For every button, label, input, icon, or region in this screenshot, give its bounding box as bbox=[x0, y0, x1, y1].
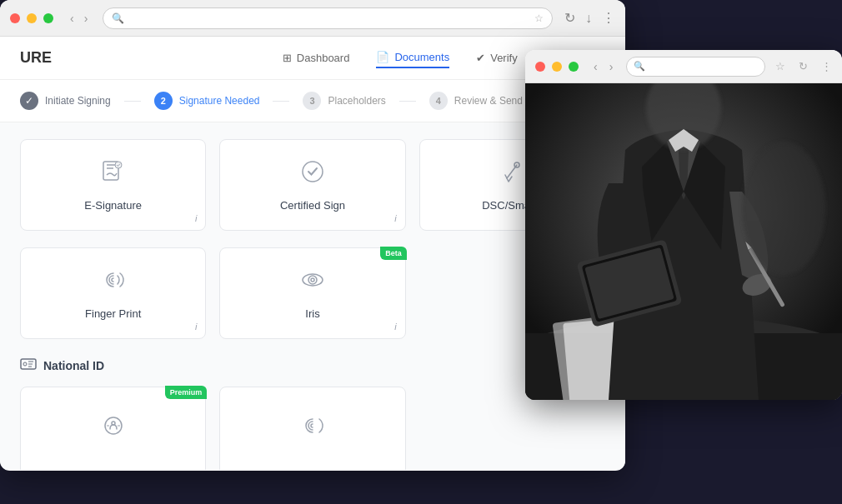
secondary-browser-window: ‹ › 🔍 ☆ ↻ ⋮ bbox=[525, 50, 842, 400]
svg-point-1 bbox=[115, 162, 122, 168]
e-signature-label: E-Signature bbox=[84, 199, 142, 212]
card-fingerprint-2[interactable] bbox=[219, 387, 405, 470]
step-2-num: 2 bbox=[154, 92, 173, 110]
finger-print-icon bbox=[100, 267, 127, 299]
minimize-button-2[interactable] bbox=[552, 62, 562, 72]
svg-point-10 bbox=[112, 422, 115, 425]
address-bar[interactable]: 🔍 ☆ bbox=[103, 7, 553, 29]
e-signature-icon bbox=[100, 158, 127, 191]
download-icon[interactable]: ↓ bbox=[585, 11, 592, 26]
national-id-cards-grid: Premium bbox=[20, 387, 605, 470]
step-1-label: Initiate Signing bbox=[45, 95, 111, 107]
iris-icon bbox=[299, 267, 326, 299]
business-scene-image bbox=[525, 83, 842, 400]
iris-label: Iris bbox=[305, 307, 319, 320]
dsc-smart-icon bbox=[499, 158, 525, 191]
svg-point-23 bbox=[742, 142, 825, 275]
card-e-signature[interactable]: E-Signature i bbox=[20, 139, 206, 231]
address-bar-2[interactable]: 🔍 bbox=[626, 57, 765, 77]
step-2-label: Signature Needed bbox=[179, 95, 260, 107]
certified-sign-icon bbox=[299, 158, 326, 191]
national-id-icon bbox=[20, 356, 37, 375]
menu-icon[interactable]: ⋮ bbox=[602, 10, 615, 26]
url-input[interactable] bbox=[129, 12, 529, 24]
svg-point-8 bbox=[23, 362, 27, 366]
svg-point-2 bbox=[303, 162, 323, 182]
bookmark-icon[interactable]: ☆ bbox=[534, 12, 544, 24]
search-icon-2: 🔍 bbox=[634, 61, 645, 72]
app-logo: URE bbox=[20, 49, 52, 67]
step-3-label: Placeholders bbox=[328, 95, 385, 107]
dashboard-icon: ⊞ bbox=[283, 52, 292, 64]
certified-sign-info[interactable]: i bbox=[394, 213, 396, 223]
signature-cards-grid: E-Signature i Certified Sign i bbox=[20, 139, 605, 231]
national-id-title: National ID bbox=[43, 359, 104, 372]
nav-dashboard[interactable]: ⊞ Dashboard bbox=[283, 48, 350, 67]
step-divider-3 bbox=[399, 101, 416, 102]
e-signature-info[interactable]: i bbox=[195, 213, 197, 223]
iris-beta-badge: Beta bbox=[380, 247, 407, 260]
card-iris[interactable]: Beta Iris i bbox=[219, 247, 405, 339]
back-button[interactable]: ‹ bbox=[67, 10, 78, 27]
nav-dashboard-label: Dashboard bbox=[297, 52, 350, 64]
step-3: 3 Placeholders bbox=[303, 92, 385, 110]
documents-icon: 📄 bbox=[376, 51, 389, 63]
nav-documents-label: Documents bbox=[394, 51, 449, 63]
finger-print-info[interactable]: i bbox=[195, 322, 197, 332]
nav-documents[interactable]: 📄 Documents bbox=[376, 47, 449, 68]
browser-2-titlebar: ‹ › 🔍 ☆ ↻ ⋮ bbox=[525, 50, 842, 83]
step-2: 2 Signature Needed bbox=[154, 92, 260, 110]
aadhaar-icon bbox=[100, 412, 127, 445]
nav-arrows: ‹ › bbox=[67, 10, 91, 27]
reload-icon[interactable]: ↻ bbox=[564, 10, 575, 26]
aadhaar-premium-badge: Premium bbox=[165, 386, 208, 399]
step-divider-2 bbox=[273, 101, 289, 102]
browser-toolbar: ↻ ↓ ⋮ bbox=[564, 10, 615, 26]
verify-icon: ✔ bbox=[476, 52, 485, 64]
forward-button-2[interactable]: › bbox=[606, 58, 617, 75]
search-icon: 🔍 bbox=[112, 12, 124, 24]
card-aadhaar[interactable]: Premium bbox=[20, 387, 206, 470]
finger-print-label: Finger Print bbox=[85, 307, 141, 320]
step-4-num: 4 bbox=[429, 92, 448, 110]
maximize-button[interactable] bbox=[43, 13, 53, 23]
biometric-cards-grid: Finger Print i Beta Iris i bbox=[20, 247, 605, 339]
step-1: ✓ Initiate Signing bbox=[20, 92, 111, 110]
step-1-num: ✓ bbox=[20, 92, 38, 110]
maximize-button-2[interactable] bbox=[569, 62, 579, 72]
national-id-section-title: National ID bbox=[20, 356, 605, 375]
reload-icon-2[interactable]: ↻ bbox=[799, 60, 808, 72]
close-button-2[interactable] bbox=[535, 62, 545, 72]
step-4-label: Review & Send bbox=[454, 95, 523, 107]
card-finger-print[interactable]: Finger Print i bbox=[20, 247, 206, 339]
fingerprint-2-icon bbox=[299, 412, 326, 445]
image-content bbox=[525, 83, 842, 400]
step-4: 4 Review & Send bbox=[429, 92, 523, 110]
nav-verify-label: Verify bbox=[490, 52, 518, 64]
back-button-2[interactable]: ‹ bbox=[590, 58, 601, 75]
svg-point-6 bbox=[311, 278, 314, 282]
browser-titlebar: ‹ › 🔍 ☆ ↻ ↓ ⋮ bbox=[0, 0, 625, 37]
bookmark-icon-2[interactable]: ☆ bbox=[775, 60, 785, 72]
iris-info[interactable]: i bbox=[394, 322, 396, 332]
card-certified-sign[interactable]: Certified Sign i bbox=[219, 139, 405, 231]
forward-button[interactable]: › bbox=[81, 10, 92, 27]
step-divider-1 bbox=[124, 101, 141, 102]
minimize-button[interactable] bbox=[27, 13, 37, 23]
close-button[interactable] bbox=[10, 13, 20, 23]
nav-verify[interactable]: ✔ Verify bbox=[476, 48, 518, 67]
certified-sign-label: Certified Sign bbox=[280, 199, 345, 212]
svg-point-5 bbox=[308, 276, 317, 284]
step-3-num: 3 bbox=[303, 92, 321, 110]
menu-icon-2[interactable]: ⋮ bbox=[821, 60, 832, 72]
